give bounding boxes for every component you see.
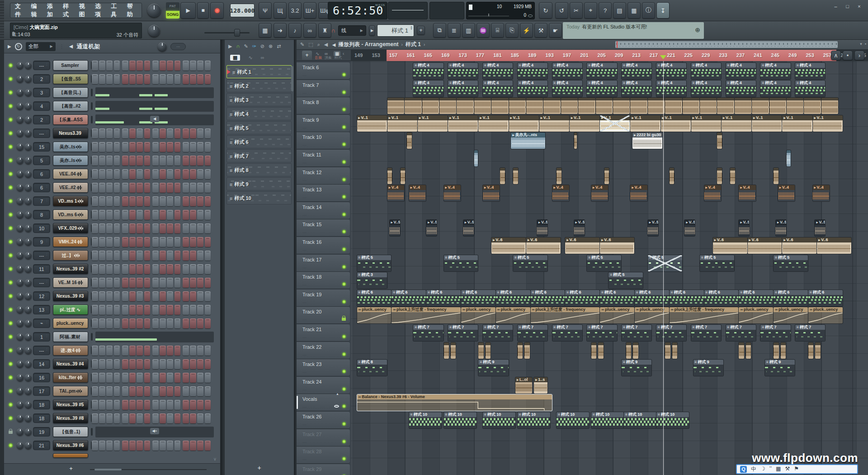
step-cell[interactable] (144, 142, 151, 152)
channel-enable-led[interactable] (9, 294, 13, 298)
channel-button[interactable]: 进..效4 (53, 345, 88, 356)
step-cell[interactable] (122, 373, 128, 383)
step-cell[interactable] (144, 74, 151, 84)
track-header-track-16[interactable]: Track 16⋯ (297, 237, 350, 254)
channel-enable-led[interactable] (9, 389, 13, 393)
step-cell[interactable] (205, 142, 211, 152)
track-enable-led[interactable] (342, 387, 346, 391)
step-cell[interactable] (99, 413, 105, 423)
step-cell[interactable] (183, 251, 189, 261)
channel-pan-knob[interactable] (17, 442, 24, 449)
pattern-clip[interactable]: ≡样式 6 (392, 290, 426, 306)
automation-clip[interactable]: ∞pluck..uency (739, 307, 773, 323)
step-cell[interactable] (183, 169, 189, 179)
step-cell[interactable] (106, 441, 113, 451)
step-cell[interactable] (129, 251, 136, 261)
step-cell[interactable] (167, 400, 173, 410)
brush-icon[interactable]: ✑ (252, 43, 256, 49)
step-cell[interactable] (122, 291, 128, 301)
step-cell[interactable] (190, 251, 196, 261)
step-cell[interactable] (114, 128, 120, 138)
channel-pan-knob[interactable] (17, 333, 24, 340)
channel-button[interactable]: Nexus..39 #8 (53, 413, 88, 423)
track-enable-led[interactable] (342, 73, 346, 76)
step-cell[interactable] (92, 441, 98, 451)
audio-clip[interactable]: ▸V..5 (426, 220, 437, 236)
step-cell[interactable] (92, 169, 98, 179)
channel-rack-icon[interactable]: ▥ (462, 23, 475, 38)
step-cell[interactable] (122, 210, 128, 220)
paint-icon[interactable]: ✎ (300, 42, 304, 48)
audio-clip[interactable]: ▸V..1 (478, 115, 508, 132)
step-cell[interactable] (160, 223, 166, 233)
pattern-clip[interactable]: ≡样式 4 (413, 63, 443, 79)
track-header-track-17[interactable]: Track 17⋯ (297, 255, 350, 271)
channel-volume-knob[interactable] (25, 374, 32, 381)
pattern-clip[interactable]: ≡样式 6 (461, 290, 495, 306)
step-cell[interactable] (167, 251, 173, 261)
audio-clip[interactable] (717, 98, 734, 114)
step-cell[interactable] (197, 128, 203, 138)
step-cell[interactable] (190, 441, 196, 451)
step-cell[interactable] (114, 183, 120, 193)
audio-clip[interactable] (626, 342, 631, 359)
save-icon[interactable]: ▤ (613, 2, 626, 19)
channel-pan-knob[interactable] (17, 238, 24, 245)
playlist-icon[interactable]: ≣ (448, 23, 461, 38)
audio-clip[interactable] (630, 98, 647, 114)
step-cell[interactable] (152, 183, 159, 193)
zoom-icon[interactable]: ⌕ (317, 42, 320, 48)
channel-mixer-number[interactable]: 2⋮ (33, 115, 50, 124)
step-cell[interactable] (167, 61, 173, 71)
channel-enable-led[interactable] (9, 253, 13, 257)
touch-icon[interactable]: ☛ (549, 23, 562, 38)
play-button[interactable]: ▶ (180, 2, 196, 19)
step-cell[interactable] (144, 223, 151, 233)
step-cell[interactable] (175, 400, 181, 410)
audio-clip[interactable]: ▸V..4 (444, 185, 461, 201)
pattern-item[interactable]: ≡样式 9 (226, 177, 292, 190)
snap-selector[interactable]: 线▶ (338, 25, 366, 36)
step-cell[interactable] (106, 359, 113, 369)
step-cell[interactable] (152, 169, 159, 179)
step-cell[interactable] (190, 128, 196, 138)
step-cell[interactable] (167, 373, 173, 383)
step-cell[interactable] (137, 359, 143, 369)
step-cell[interactable] (205, 169, 211, 179)
step-cell[interactable] (122, 169, 128, 179)
channel-mixer-number[interactable]: ---⋮ (33, 61, 50, 70)
step-edit-icon[interactable]: ➔ (274, 23, 287, 38)
timeline-button-2[interactable]: ∧ (831, 51, 841, 60)
pattern-clip[interactable]: ≡样式 7 (483, 325, 513, 341)
channel-pan-knob[interactable] (17, 62, 24, 69)
pattern-clip[interactable]: ≡样式 4 (656, 63, 686, 79)
sync-icon[interactable]: ↻ (539, 2, 552, 19)
track-header-track-9[interactable]: Track 9⋯ (297, 115, 350, 132)
channel-pan-knob[interactable] (17, 374, 24, 381)
channel-mixer-number[interactable]: 19⋮ (33, 427, 50, 437)
audio-clip[interactable] (422, 98, 439, 114)
track-enable-led[interactable] (342, 457, 346, 461)
step-cell[interactable] (175, 169, 181, 179)
pattern-clip[interactable]: ≡样式 5 (700, 255, 734, 271)
track-enable-led[interactable] (342, 160, 346, 164)
step-cell[interactable] (114, 169, 120, 179)
step-cell[interactable] (114, 413, 120, 423)
breadcrumb-current[interactable]: 样式 1 (406, 41, 421, 48)
minimize-button[interactable]: – (831, 3, 840, 10)
step-cell[interactable] (99, 142, 105, 152)
pattern-clip[interactable]: ≡样式 6 (600, 290, 634, 306)
channel-mixer-number[interactable]: 1⋮ (33, 332, 50, 342)
pattern-clip[interactable]: ≡样式 5 (444, 255, 478, 271)
step-cell[interactable] (137, 373, 143, 383)
channel-volume-knob[interactable] (25, 211, 32, 218)
step-cell[interactable] (190, 61, 196, 71)
step-cell[interactable] (122, 441, 128, 451)
step-cell[interactable] (106, 291, 113, 301)
step-cell[interactable] (197, 359, 203, 369)
channel-mixer-number[interactable]: 3⋮ (33, 88, 50, 97)
add-pattern-list-button[interactable]: + (225, 464, 294, 471)
step-cell[interactable] (129, 386, 136, 396)
channel-pan-knob[interactable] (17, 293, 24, 299)
step-cell[interactable] (122, 237, 128, 247)
